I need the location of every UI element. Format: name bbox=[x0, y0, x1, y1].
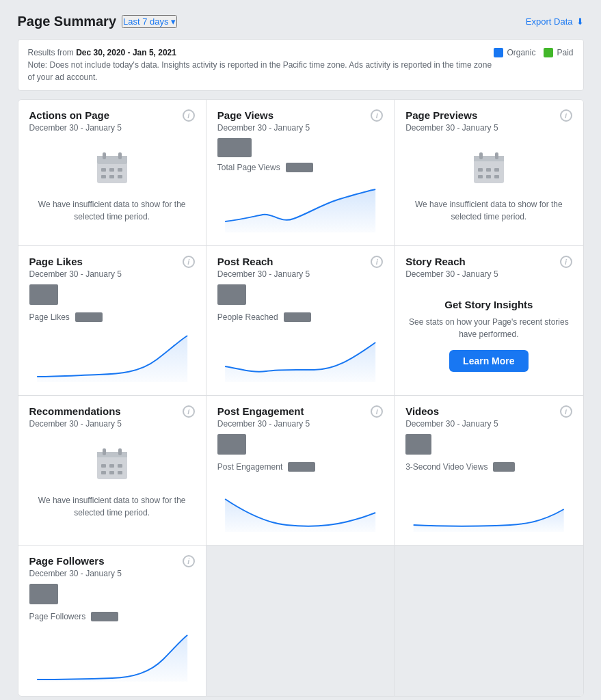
cell-title: Videos bbox=[405, 405, 439, 417]
date-range-strong: Dec 30, 2020 - Jan 5, 2021 bbox=[76, 48, 176, 57]
svg-rect-23 bbox=[103, 448, 106, 455]
cell-header: Recommendations i bbox=[29, 405, 195, 418]
info-icon[interactable]: i bbox=[560, 109, 572, 122]
date-range-label: Last 7 days bbox=[123, 16, 169, 27]
insufficient-text: We have insufficient data to show for th… bbox=[29, 198, 195, 223]
chart-svg bbox=[217, 179, 383, 234]
cell-date: December 30 - January 5 bbox=[405, 419, 572, 429]
info-note: Note: Does not include today's data. Ins… bbox=[28, 60, 492, 82]
metric-label: Total Page Views bbox=[217, 163, 280, 172]
chart-area bbox=[405, 479, 572, 535]
post-engagement-cell: Post Engagement i December 30 - January … bbox=[206, 396, 395, 546]
cell-date: December 30 - January 5 bbox=[29, 269, 195, 279]
svg-rect-29 bbox=[109, 471, 114, 474]
download-icon: ⬇ bbox=[576, 16, 584, 27]
info-icon[interactable]: i bbox=[371, 405, 383, 418]
date-range-button[interactable]: Last 7 days ▾ bbox=[122, 15, 177, 28]
svg-rect-2 bbox=[97, 156, 127, 161]
bottom-section: Page Followers i December 30 - January 5… bbox=[18, 546, 583, 696]
info-icon[interactable]: i bbox=[560, 256, 572, 268]
cell-header: Page Likes i bbox=[29, 256, 195, 268]
svg-rect-6 bbox=[109, 168, 114, 172]
info-icon[interactable]: i bbox=[183, 109, 195, 122]
metric-row: Page Likes bbox=[29, 312, 195, 322]
results-prefix: Results from bbox=[28, 48, 77, 57]
cell-date: December 30 - January 5 bbox=[217, 123, 383, 133]
metric-label: 3-Second Video Views bbox=[405, 462, 488, 472]
organic-label: Organic bbox=[507, 48, 535, 57]
info-icon[interactable]: i bbox=[183, 405, 195, 418]
metric-row: Total Page Views bbox=[217, 163, 383, 172]
page-header: Page Summary Last 7 days ▾ Export Data ⬇ bbox=[18, 11, 584, 32]
chart-svg bbox=[29, 628, 195, 683]
insufficient-text: We have insufficient data to show for th… bbox=[405, 198, 572, 223]
cell-title: Actions on Page bbox=[29, 109, 110, 121]
info-icon[interactable]: i bbox=[183, 256, 195, 268]
cell-title: Page Previews bbox=[405, 109, 477, 121]
page-title: Page Summary bbox=[18, 14, 117, 29]
svg-rect-14 bbox=[495, 152, 498, 159]
page-followers-cell: Page Followers i December 30 - January 5… bbox=[18, 546, 206, 696]
paid-label: Paid bbox=[557, 48, 573, 57]
cell-title: Post Engagement bbox=[217, 405, 304, 417]
cell-date: December 30 - January 5 bbox=[405, 269, 572, 279]
big-number-redacted bbox=[405, 434, 572, 457]
svg-rect-25 bbox=[101, 464, 106, 468]
big-number-redacted bbox=[29, 584, 195, 606]
chart-svg bbox=[29, 329, 195, 383]
info-icon[interactable]: i bbox=[371, 256, 383, 268]
cell-header: Videos i bbox=[405, 405, 572, 418]
svg-rect-12 bbox=[474, 156, 504, 161]
chart-area bbox=[29, 329, 195, 386]
calendar-svg bbox=[94, 150, 130, 186]
cell-date: December 30 - January 5 bbox=[217, 269, 383, 279]
chart-area bbox=[29, 628, 195, 686]
calendar-svg-2 bbox=[471, 150, 507, 186]
svg-rect-4 bbox=[118, 152, 122, 159]
cell-title: Page Views bbox=[217, 109, 273, 121]
paid-dot bbox=[544, 48, 553, 57]
legend: Organic Paid bbox=[494, 48, 573, 57]
page-likes-cell: Page Likes i December 30 - January 5 Pag… bbox=[18, 246, 206, 396]
cell-header: Post Engagement i bbox=[217, 405, 383, 418]
cell-date: December 30 - January 5 bbox=[29, 569, 195, 578]
svg-rect-30 bbox=[118, 471, 122, 474]
svg-rect-27 bbox=[118, 464, 122, 468]
cell-date: December 30 - January 5 bbox=[405, 123, 572, 133]
info-icon[interactable]: i bbox=[371, 109, 383, 122]
big-number-redacted bbox=[217, 284, 383, 307]
chevron-down-icon: ▾ bbox=[171, 16, 176, 27]
page-views-cell: Page Views i December 30 - January 5 Tot… bbox=[206, 100, 395, 246]
chart-area bbox=[217, 179, 383, 236]
info-icon[interactable]: i bbox=[183, 555, 195, 567]
metric-row: People Reached bbox=[217, 312, 383, 322]
svg-rect-13 bbox=[479, 152, 483, 159]
metric-label: People Reached bbox=[217, 312, 278, 322]
svg-rect-28 bbox=[101, 471, 106, 474]
info-icon[interactable]: i bbox=[560, 405, 572, 418]
metric-row: Post Engagement bbox=[217, 462, 383, 472]
learn-more-button[interactable]: Learn More bbox=[449, 350, 528, 372]
cell-date: December 30 - January 5 bbox=[29, 123, 195, 133]
recommendations-cell: Recommendations i December 30 - January … bbox=[18, 396, 206, 546]
svg-rect-24 bbox=[118, 448, 122, 455]
export-data-button[interactable]: Export Data ⬇ bbox=[526, 16, 584, 27]
chart-area bbox=[217, 479, 383, 535]
page-previews-cell: Page Previews i December 30 - January 5 bbox=[395, 100, 583, 246]
cell-header: Story Reach i bbox=[405, 256, 572, 268]
svg-rect-22 bbox=[97, 452, 127, 457]
cell-date: December 30 - January 5 bbox=[217, 419, 383, 429]
svg-rect-9 bbox=[109, 175, 114, 178]
legend-organic: Organic bbox=[494, 48, 535, 57]
svg-rect-18 bbox=[478, 175, 483, 178]
header-left: Page Summary Last 7 days ▾ bbox=[18, 14, 177, 29]
big-number-redacted bbox=[217, 434, 383, 457]
info-bar: Results from Dec 30, 2020 - Jan 5, 2021 … bbox=[18, 39, 584, 91]
cell-header: Page Followers i bbox=[29, 555, 195, 567]
svg-rect-20 bbox=[494, 175, 499, 178]
cell-header: Post Reach i bbox=[217, 256, 383, 268]
chart-svg bbox=[405, 479, 572, 533]
cell-title: Recommendations bbox=[29, 405, 121, 417]
svg-rect-7 bbox=[118, 168, 122, 172]
big-number-redacted bbox=[29, 284, 195, 307]
